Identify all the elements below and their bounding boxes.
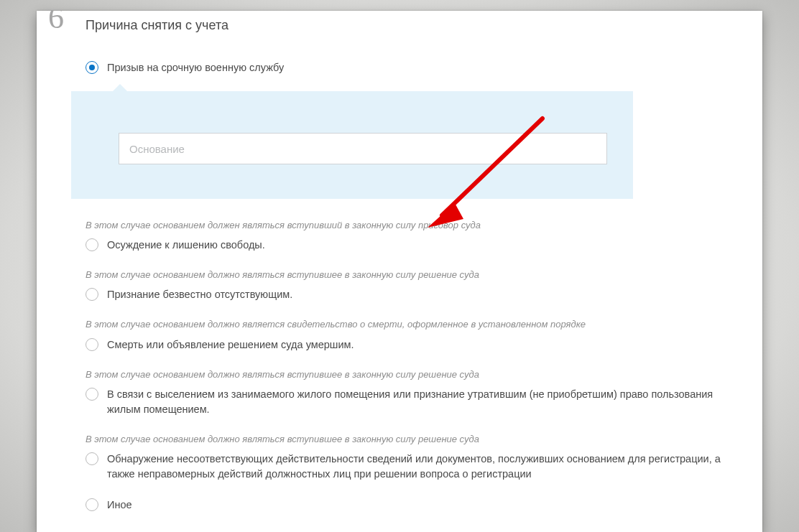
- reason-input[interactable]: [119, 133, 607, 164]
- option-note: В этом случае основанием должен являться…: [86, 219, 739, 232]
- radio-icon[interactable]: [86, 238, 98, 251]
- step-number: 6: [48, 11, 64, 34]
- option-note: В этом случае основанием должно являться…: [86, 433, 739, 446]
- option-label[interactable]: Иное: [107, 498, 132, 513]
- option-row[interactable]: Признание безвестно отсутствующим.: [86, 287, 741, 302]
- option-note: В этом случае основанием должно являться…: [86, 269, 739, 281]
- option-label[interactable]: Признание безвестно отсутствующим.: [107, 287, 292, 302]
- radio-icon[interactable]: [86, 388, 98, 401]
- radio-icon[interactable]: [86, 288, 98, 301]
- option-row[interactable]: Обнаружение несоответствующих действител…: [86, 452, 741, 482]
- option-row[interactable]: Осуждение к лишению свободы.: [86, 238, 741, 253]
- radio-icon[interactable]: [86, 338, 98, 351]
- option-label[interactable]: Смерть или объявление решением суда умер…: [107, 337, 354, 353]
- options-wrap: Призыв на срочную военную службу В этом …: [37, 39, 762, 513]
- option-note: В этом случае основанием должно является…: [86, 318, 739, 331]
- option-row[interactable]: Призыв на срочную военную службу: [86, 60, 741, 75]
- radio-icon[interactable]: [86, 498, 98, 511]
- step-header: 6 Причина снятия с учета: [37, 11, 762, 39]
- radio-icon[interactable]: [86, 452, 98, 465]
- option-note: В этом случае основанием должно являться…: [86, 368, 739, 381]
- option-row[interactable]: Смерть или объявление решением суда умер…: [86, 337, 741, 353]
- option-label[interactable]: В связи с выселением из занимаемого жило…: [107, 387, 741, 417]
- option-row[interactable]: В связи с выселением из занимаемого жило…: [86, 387, 741, 417]
- form-card: 6 Причина снятия с учета Призыв на срочн…: [37, 11, 762, 532]
- reason-panel: [71, 91, 633, 199]
- option-label[interactable]: Осуждение к лишению свободы.: [107, 238, 265, 253]
- radio-selected-icon[interactable]: [86, 61, 98, 74]
- step-title: Причина снятия с учета: [86, 14, 762, 33]
- option-label[interactable]: Обнаружение несоответствующих действител…: [107, 452, 741, 482]
- option-row[interactable]: Иное: [86, 498, 741, 513]
- option-label[interactable]: Призыв на срочную военную службу: [107, 60, 284, 75]
